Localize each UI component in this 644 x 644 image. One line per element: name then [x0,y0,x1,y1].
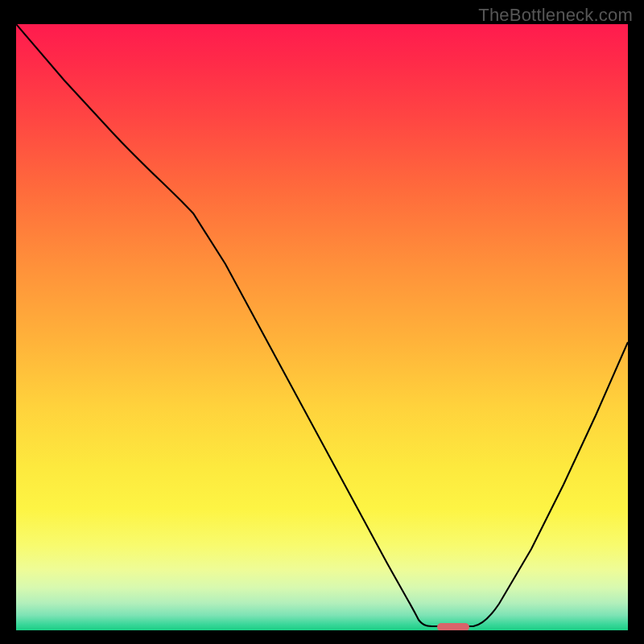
curve-path [16,24,628,626]
optimum-marker [437,623,469,630]
watermark-text: TheBottleneck.com [478,5,633,26]
plot-area [16,24,628,630]
chart-frame: TheBottleneck.com [0,0,644,644]
bottleneck-curve [16,24,628,630]
